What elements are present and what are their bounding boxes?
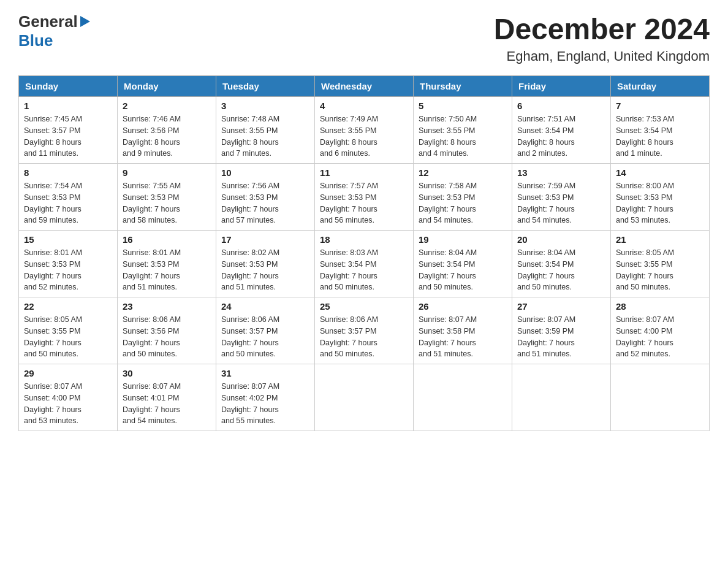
table-row: 26 Sunrise: 8:07 AMSunset: 3:58 PMDaylig… [414,297,512,364]
day-info: Sunrise: 8:07 AMSunset: 4:02 PMDaylight:… [221,381,309,427]
day-number: 28 [616,301,704,312]
logo-general-text: General [18,12,78,31]
day-info: Sunrise: 7:51 AMSunset: 3:54 PMDaylight:… [517,113,605,159]
table-row: 18 Sunrise: 8:03 AMSunset: 3:54 PMDaylig… [315,231,414,297]
calendar-location: Egham, England, United Kingdom [494,48,710,64]
table-row: 29 Sunrise: 8:07 AMSunset: 4:00 PMDaylig… [19,364,118,431]
col-thursday: Thursday [414,76,512,97]
calendar-header-row: Sunday Monday Tuesday Wednesday Thursday… [19,76,710,97]
table-row [315,364,414,431]
day-number: 1 [24,101,112,111]
day-info: Sunrise: 8:02 AMSunset: 3:53 PMDaylight:… [221,247,309,293]
day-number: 25 [320,301,408,312]
day-number: 11 [320,167,408,178]
day-number: 19 [419,234,507,245]
day-info: Sunrise: 8:05 AMSunset: 3:55 PMDaylight:… [24,314,112,360]
day-number: 24 [221,301,309,312]
logo-triangle-icon [80,16,90,29]
calendar-week-row: 8 Sunrise: 7:54 AMSunset: 3:53 PMDayligh… [19,164,710,231]
day-info: Sunrise: 7:48 AMSunset: 3:55 PMDaylight:… [221,113,309,159]
calendar-week-row: 1 Sunrise: 7:45 AMSunset: 3:57 PMDayligh… [19,97,710,164]
table-row: 23 Sunrise: 8:06 AMSunset: 3:56 PMDaylig… [118,297,216,364]
day-info: Sunrise: 8:07 AMSunset: 4:00 PMDaylight:… [616,314,704,360]
calendar-week-row: 15 Sunrise: 8:01 AMSunset: 3:53 PMDaylig… [19,231,710,297]
day-number: 16 [123,234,211,245]
table-row: 3 Sunrise: 7:48 AMSunset: 3:55 PMDayligh… [216,97,315,164]
day-number: 10 [221,167,309,178]
day-number: 14 [616,167,704,178]
day-number: 31 [221,368,309,378]
day-info: Sunrise: 8:06 AMSunset: 3:56 PMDaylight:… [123,314,211,360]
table-row: 16 Sunrise: 8:01 AMSunset: 3:53 PMDaylig… [118,231,216,297]
table-row: 21 Sunrise: 8:05 AMSunset: 3:55 PMDaylig… [611,231,710,297]
day-number: 8 [24,167,112,178]
table-row: 17 Sunrise: 8:02 AMSunset: 3:53 PMDaylig… [216,231,315,297]
col-saturday: Saturday [611,76,710,97]
table-row: 22 Sunrise: 8:05 AMSunset: 3:55 PMDaylig… [19,297,118,364]
table-row: 11 Sunrise: 7:57 AMSunset: 3:53 PMDaylig… [315,164,414,231]
day-number: 30 [123,368,211,378]
day-number: 15 [24,234,112,245]
day-info: Sunrise: 8:03 AMSunset: 3:54 PMDaylight:… [320,247,408,293]
day-number: 6 [517,101,605,111]
col-sunday: Sunday [19,76,118,97]
day-number: 2 [123,101,211,111]
day-number: 29 [24,368,112,378]
day-info: Sunrise: 8:00 AMSunset: 3:53 PMDaylight:… [616,180,704,226]
day-info: Sunrise: 7:54 AMSunset: 3:53 PMDaylight:… [24,180,112,226]
day-info: Sunrise: 7:45 AMSunset: 3:57 PMDaylight:… [24,113,112,159]
table-row: 9 Sunrise: 7:55 AMSunset: 3:53 PMDayligh… [118,164,216,231]
day-number: 21 [616,234,704,245]
day-info: Sunrise: 8:07 AMSunset: 3:58 PMDaylight:… [419,314,507,360]
day-info: Sunrise: 8:07 AMSunset: 4:00 PMDaylight:… [24,381,112,427]
table-row: 24 Sunrise: 8:06 AMSunset: 3:57 PMDaylig… [216,297,315,364]
table-row: 25 Sunrise: 8:06 AMSunset: 3:57 PMDaylig… [315,297,414,364]
table-row: 19 Sunrise: 8:04 AMSunset: 3:54 PMDaylig… [414,231,512,297]
col-wednesday: Wednesday [315,76,414,97]
table-row: 27 Sunrise: 8:07 AMSunset: 3:59 PMDaylig… [512,297,611,364]
day-info: Sunrise: 7:58 AMSunset: 3:53 PMDaylight:… [419,180,507,226]
day-number: 27 [517,301,605,312]
table-row: 8 Sunrise: 7:54 AMSunset: 3:53 PMDayligh… [19,164,118,231]
calendar-title: December 2024 [494,12,710,46]
day-info: Sunrise: 8:05 AMSunset: 3:55 PMDaylight:… [616,247,704,293]
day-info: Sunrise: 8:04 AMSunset: 3:54 PMDaylight:… [517,247,605,293]
logo-blue-text: Blue [18,31,53,50]
day-info: Sunrise: 8:06 AMSunset: 3:57 PMDaylight:… [320,314,408,360]
day-info: Sunrise: 8:01 AMSunset: 3:53 PMDaylight:… [24,247,112,293]
day-info: Sunrise: 8:04 AMSunset: 3:54 PMDaylight:… [419,247,507,293]
col-tuesday: Tuesday [216,76,315,97]
col-monday: Monday [118,76,216,97]
day-info: Sunrise: 8:07 AMSunset: 3:59 PMDaylight:… [517,314,605,360]
table-row: 13 Sunrise: 7:59 AMSunset: 3:53 PMDaylig… [512,164,611,231]
table-row [512,364,611,431]
day-number: 17 [221,234,309,245]
table-row: 4 Sunrise: 7:49 AMSunset: 3:55 PMDayligh… [315,97,414,164]
table-row [611,364,710,431]
day-info: Sunrise: 7:55 AMSunset: 3:53 PMDaylight:… [123,180,211,226]
day-number: 20 [517,234,605,245]
table-row: 1 Sunrise: 7:45 AMSunset: 3:57 PMDayligh… [19,97,118,164]
table-row: 31 Sunrise: 8:07 AMSunset: 4:02 PMDaylig… [216,364,315,431]
table-row: 14 Sunrise: 8:00 AMSunset: 3:53 PMDaylig… [611,164,710,231]
day-number: 3 [221,101,309,111]
day-info: Sunrise: 8:01 AMSunset: 3:53 PMDaylight:… [123,247,211,293]
day-number: 4 [320,101,408,111]
calendar-week-row: 22 Sunrise: 8:05 AMSunset: 3:55 PMDaylig… [19,297,710,364]
calendar-table: Sunday Monday Tuesday Wednesday Thursday… [18,75,710,431]
svg-marker-0 [80,16,90,27]
day-number: 23 [123,301,211,312]
col-friday: Friday [512,76,611,97]
day-info: Sunrise: 7:56 AMSunset: 3:53 PMDaylight:… [221,180,309,226]
day-info: Sunrise: 7:53 AMSunset: 3:54 PMDaylight:… [616,113,704,159]
table-row: 5 Sunrise: 7:50 AMSunset: 3:55 PMDayligh… [414,97,512,164]
day-info: Sunrise: 7:57 AMSunset: 3:53 PMDaylight:… [320,180,408,226]
day-number: 22 [24,301,112,312]
page-header: General Blue December 2024 Egham, Englan… [18,12,710,64]
table-row: 12 Sunrise: 7:58 AMSunset: 3:53 PMDaylig… [414,164,512,231]
day-number: 5 [419,101,507,111]
day-number: 7 [616,101,704,111]
day-info: Sunrise: 7:59 AMSunset: 3:53 PMDaylight:… [517,180,605,226]
table-row: 20 Sunrise: 8:04 AMSunset: 3:54 PMDaylig… [512,231,611,297]
logo: General Blue [18,12,90,50]
